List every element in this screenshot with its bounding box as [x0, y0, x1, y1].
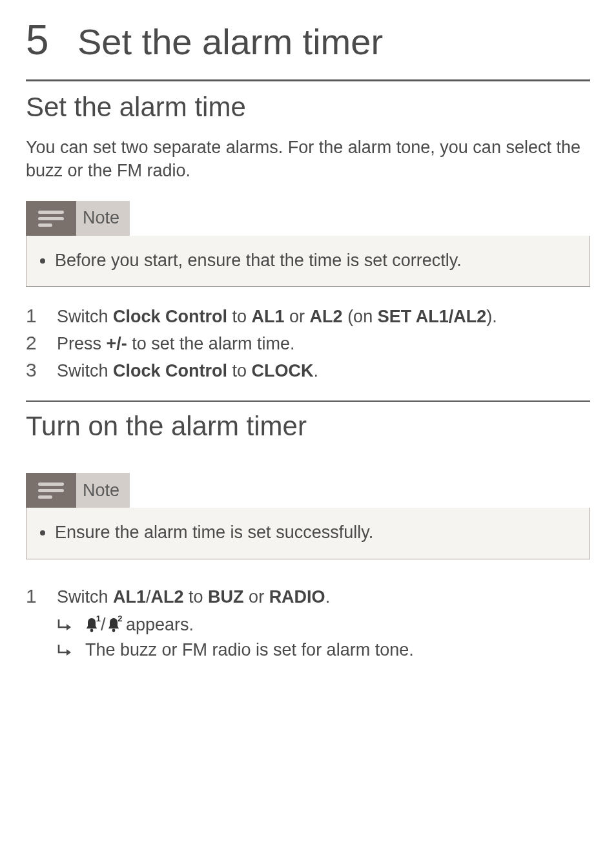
step-number: 1	[26, 583, 57, 610]
note-header: Note	[26, 201, 590, 236]
note-block: Note Ensure the alarm time is set succes…	[26, 473, 590, 559]
note-item: Ensure the alarm time is set successfull…	[55, 521, 575, 544]
divider	[26, 79, 590, 81]
result-text: 1 / 2 appears.	[85, 612, 590, 638]
alarm2-bell-icon: 2	[107, 615, 120, 630]
svg-rect-4	[38, 489, 64, 492]
note-label: Note	[76, 201, 130, 236]
svg-rect-3	[38, 483, 64, 486]
step-item: 2 Press +/- to set the alarm time.	[26, 329, 590, 357]
svg-point-6	[90, 629, 94, 632]
step-text: Switch Clock Control to CLOCK.	[57, 359, 590, 384]
step-number: 3	[26, 357, 57, 384]
alarm1-bell-icon: 1	[85, 615, 98, 630]
steps-list: 1 Switch Clock Control to AL1 or AL2 (on…	[26, 302, 590, 384]
result-item: 1 / 2 appears.	[57, 612, 590, 638]
step-item: 1 Switch Clock Control to AL1 or AL2 (on…	[26, 302, 590, 329]
note-item: Before you start, ensure that the time i…	[55, 249, 575, 272]
result-list: 1 / 2 appears.	[57, 612, 590, 663]
note-block: Note Before you start, ensure that the t…	[26, 201, 590, 287]
note-label: Note	[76, 473, 130, 508]
note-icon	[26, 473, 76, 508]
step-item: 3 Switch Clock Control to CLOCK.	[26, 357, 590, 384]
note-body: Ensure the alarm time is set successfull…	[26, 508, 590, 559]
steps-list: 1 Switch AL1/AL2 to BUZ or RADIO.	[26, 583, 590, 610]
intro-paragraph: You can set two separate alarms. For the…	[26, 136, 590, 183]
svg-rect-2	[38, 223, 52, 227]
step-number: 2	[26, 329, 57, 357]
svg-rect-0	[38, 211, 64, 214]
svg-point-7	[112, 629, 115, 632]
note-header: Note	[26, 473, 590, 508]
step-text: Switch Clock Control to AL1 or AL2 (on S…	[57, 305, 590, 329]
result-arrow-icon	[57, 612, 85, 638]
step-number: 1	[26, 302, 57, 329]
chapter-heading: 5 Set the alarm timer	[26, 19, 590, 61]
note-body: Before you start, ensure that the time i…	[26, 236, 590, 287]
svg-rect-5	[38, 495, 52, 499]
step-text: Press +/- to set the alarm time.	[57, 332, 590, 357]
result-item: The buzz or FM radio is set for alarm to…	[57, 638, 590, 663]
step-text: Switch AL1/AL2 to BUZ or RADIO.	[57, 585, 590, 610]
step-item: 1 Switch AL1/AL2 to BUZ or RADIO.	[26, 583, 590, 610]
divider	[26, 400, 590, 402]
result-text: The buzz or FM radio is set for alarm to…	[85, 638, 590, 663]
chapter-number: 5	[26, 19, 77, 61]
section-heading: Turn on the alarm timer	[26, 411, 590, 442]
section-heading: Set the alarm time	[26, 92, 590, 123]
manual-page: 5 Set the alarm timer Set the alarm time…	[0, 0, 616, 721]
result-arrow-icon	[57, 638, 85, 663]
svg-rect-1	[38, 217, 64, 220]
note-icon	[26, 201, 76, 236]
chapter-title: Set the alarm timer	[77, 23, 383, 61]
